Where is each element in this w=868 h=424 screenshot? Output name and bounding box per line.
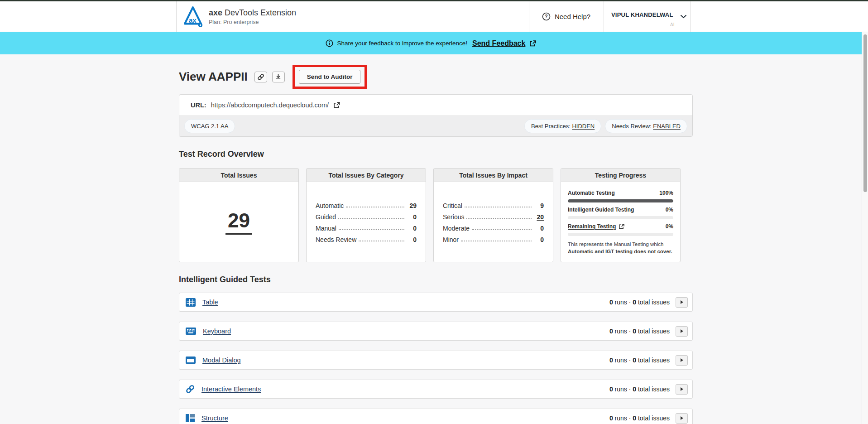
- remaining-testing-pct: 0%: [666, 223, 673, 230]
- remaining-testing-row: Remaining Testing 0%: [568, 223, 673, 230]
- total-issues-body: 29: [179, 182, 298, 262]
- arrow-right-icon: [681, 358, 683, 362]
- best-practices-pill[interactable]: Best Practices: HIDDEN: [524, 119, 601, 133]
- best-practices-toggle: HIDDEN: [572, 123, 595, 130]
- brand: ax axe DevTools Extension Plan: Pro ente…: [183, 6, 296, 27]
- svg-text:?: ?: [545, 14, 547, 19]
- igt-interactive-elements-expand-button[interactable]: [676, 384, 688, 395]
- category-needs-review-count: 0: [407, 236, 417, 243]
- category-row-needs-review: Needs Review 0: [316, 236, 417, 243]
- link-icon: [257, 73, 264, 81]
- overview-cards-row: Total Issues 29 Total Issues By Category…: [179, 168, 693, 262]
- needs-review-pill[interactable]: Needs Review: ENABLED: [605, 119, 687, 133]
- wcag-standard-pill: WCAG 2.1 AA: [184, 119, 235, 133]
- user-badge: AI: [670, 22, 674, 27]
- igt-structure-stats: 0 runs · 0 total issues: [609, 414, 670, 422]
- need-help-label: Need Help?: [555, 13, 590, 20]
- progress-note: This represents the Manual Testing which…: [568, 241, 673, 255]
- igt-heading: Intelligent Guided Tests: [179, 275, 693, 284]
- total-issues-count-link[interactable]: 29: [225, 209, 252, 235]
- impact-row-minor: Minor 0: [443, 236, 544, 243]
- banner-message: Share your feedback to improve the exper…: [337, 40, 467, 47]
- page-title: View AAPPII: [179, 70, 248, 84]
- automatic-testing-row: Automatic Testing 100%: [568, 190, 673, 196]
- plan-label: Plan: Pro enterprise: [209, 19, 296, 25]
- dotted-leader: [346, 207, 404, 207]
- issues-by-category-card: Total Issues By Category Automatic 29 Gu…: [306, 168, 426, 262]
- external-link-icon[interactable]: [529, 40, 536, 47]
- remaining-testing-progressbar: [568, 233, 673, 236]
- category-row-automatic: Automatic 29: [316, 202, 417, 209]
- info-icon: [326, 39, 333, 47]
- copy-link-button[interactable]: [254, 72, 267, 82]
- impact-body: Critical 9 Serious 20 Moderate 0 Minor: [434, 182, 553, 262]
- tested-url-link[interactable]: https://abcdcomputech.dequecloud.com/: [211, 101, 329, 109]
- igt-table-expand-button[interactable]: [676, 297, 688, 308]
- external-link-icon[interactable]: [333, 102, 340, 108]
- svg-text:ax: ax: [189, 16, 197, 24]
- issues-by-impact-card: Total Issues By Impact Critical 9 Seriou…: [433, 168, 553, 262]
- igt-interactive-elements-link[interactable]: Interactive Elements: [201, 385, 261, 393]
- table-icon: [186, 298, 196, 307]
- impact-serious-count-link[interactable]: 20: [534, 213, 544, 221]
- igt-row-interactive-elements: Interactive Elements 0 runs · 0 total is…: [179, 380, 693, 399]
- igt-list: Table 0 runs · 0 total issues Keyboard 0…: [179, 293, 693, 424]
- dotted-leader: [466, 218, 532, 219]
- dotted-leader: [338, 218, 404, 219]
- impact-row-serious: Serious 20: [443, 213, 544, 221]
- question-circle-icon: ?: [542, 12, 551, 21]
- igt-row-modal-dialog: Modal Dialog 0 runs · 0 total issues: [179, 351, 693, 370]
- arrow-right-icon: [681, 300, 683, 304]
- category-body: Automatic 29 Guided 0 Manual 0 Needs Rev…: [307, 182, 426, 262]
- user-menu[interactable]: VIPUL KHANDELWAL AI: [604, 1, 691, 32]
- scrollbar-track[interactable]: [862, 32, 868, 424]
- impact-moderate-count: 0: [534, 225, 544, 232]
- chevron-down-icon: [680, 14, 687, 19]
- card-title: Total Issues: [179, 169, 298, 182]
- app-header: ax axe DevTools Extension Plan: Pro ente…: [0, 1, 868, 32]
- category-automatic-count-link[interactable]: 29: [407, 202, 417, 209]
- header-divider: [176, 1, 177, 32]
- overview-heading: Test Record Overview: [179, 149, 693, 159]
- impact-row-critical: Critical 9: [443, 202, 544, 209]
- igt-keyboard-expand-button[interactable]: [676, 326, 688, 337]
- arrow-right-icon: [681, 329, 683, 333]
- remaining-testing-link[interactable]: Remaining Testing: [568, 223, 624, 230]
- dotted-leader: [461, 241, 532, 241]
- send-feedback-link[interactable]: Send Feedback: [472, 39, 525, 48]
- igt-keyboard-link[interactable]: Keyboard: [203, 328, 231, 335]
- igt-structure-link[interactable]: Structure: [201, 414, 228, 422]
- category-manual-count: 0: [407, 225, 417, 232]
- keyboard-icon: [186, 328, 196, 335]
- feedback-banner: Share your feedback to improve the exper…: [0, 32, 862, 54]
- impact-critical-count-link[interactable]: 9: [534, 202, 544, 209]
- igt-structure-expand-button[interactable]: [676, 413, 688, 424]
- card-title: Total Issues By Category: [307, 169, 426, 182]
- category-row-guided: Guided 0: [316, 213, 417, 221]
- url-row: URL: https://abcdcomputech.dequecloud.co…: [179, 95, 692, 116]
- igt-testing-pct: 0%: [666, 207, 673, 213]
- download-icon: [275, 73, 282, 80]
- need-help-button[interactable]: ? Need Help?: [529, 1, 604, 32]
- modal-dialog-icon: [186, 357, 196, 364]
- test-options-row: WCAG 2.1 AA Best Practices: HIDDEN Needs…: [179, 116, 692, 136]
- scrollbar-thumb[interactable]: [863, 34, 867, 192]
- dotted-leader: [472, 229, 532, 230]
- url-label: URL:: [191, 101, 206, 109]
- impact-minor-count: 0: [534, 236, 544, 243]
- dotted-leader: [359, 241, 404, 241]
- download-button[interactable]: [272, 72, 285, 82]
- igt-testing-row: Intelligent Guided Testing 0%: [568, 207, 673, 213]
- user-name: VIPUL KHANDELWAL: [611, 11, 673, 18]
- igt-table-link[interactable]: Table: [202, 299, 218, 306]
- category-guided-count: 0: [407, 213, 417, 221]
- igt-modal-dialog-expand-button[interactable]: [676, 355, 688, 366]
- igt-interactive-elements-stats: 0 runs · 0 total issues: [609, 385, 670, 393]
- igt-modal-dialog-link[interactable]: Modal Dialog: [202, 357, 241, 364]
- send-to-auditor-button[interactable]: Send to Auditor: [299, 70, 361, 84]
- igt-row-keyboard: Keyboard 0 runs · 0 total issues: [179, 322, 693, 341]
- chain-links-icon: [186, 385, 195, 394]
- needs-review-toggle: ENABLED: [653, 123, 681, 130]
- testing-progress-card: Testing Progress Automatic Testing 100% …: [561, 168, 681, 262]
- arrow-right-icon: [681, 416, 683, 420]
